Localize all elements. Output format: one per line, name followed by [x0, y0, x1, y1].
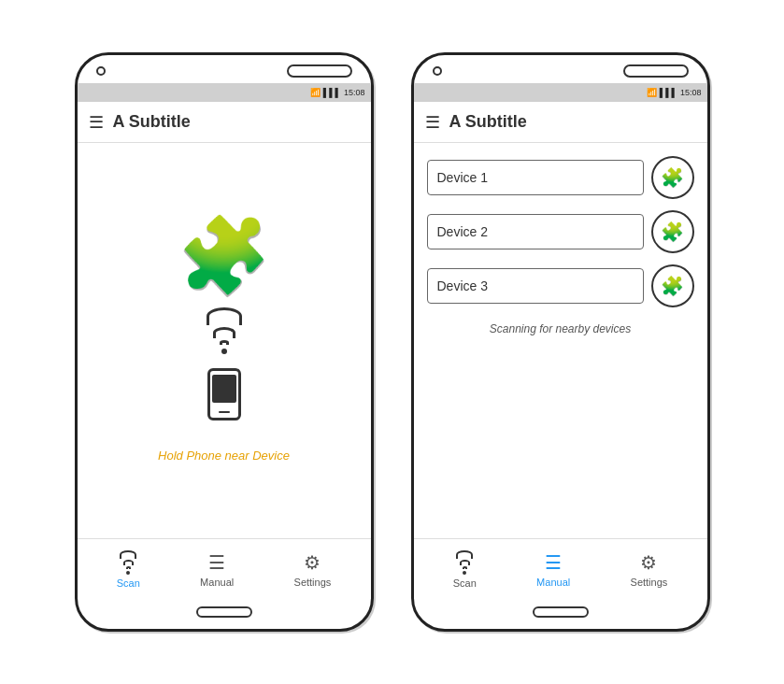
wifi-icon-large [207, 307, 242, 354]
status-bar-2: 📶 ▌▌▌ 15:08 [414, 83, 707, 102]
time-display-1: 15:08 [344, 88, 365, 97]
puzzle-connect-icon-3: 🧩 [661, 275, 684, 297]
settings-nav-label-2: Settings [631, 577, 668, 588]
scan-illustration: 🧩 [178, 219, 271, 420]
phone-2: 📶 ▌▌▌ 15:08 ☰ A Subtitle Device 1 🧩 Devi… [411, 52, 710, 632]
puzzle-connect-icon-2: 🧩 [661, 221, 684, 243]
hamburger-icon-1[interactable]: ☰ [89, 112, 104, 133]
device-connect-btn-2[interactable]: 🧩 [651, 210, 694, 253]
wifi-arc-mid [213, 327, 235, 338]
phone-top-1 [78, 55, 371, 83]
phone-top-2 [414, 55, 707, 83]
manual-nav-label-2: Manual [536, 577, 570, 588]
wifi-arc-inner [220, 340, 229, 345]
signal-icon: ▌▌▌ [323, 88, 341, 97]
wifi-dot [221, 349, 227, 354]
scan-screen: 🧩 Hold Phone near Device [78, 143, 371, 538]
settings-nav-icon-2: ⚙ [640, 551, 657, 574]
status-icons-2: 📶 ▌▌▌ 15:08 [647, 88, 702, 97]
nav-manual-2[interactable]: ☰ Manual [536, 551, 570, 588]
device-name-1: Device 1 [427, 160, 644, 195]
nav-scan-1[interactable]: Scan [117, 550, 140, 589]
scan-nav-icon-2 [456, 550, 473, 575]
settings-nav-icon-1: ⚙ [304, 551, 321, 574]
wifi-status-icon-2: 📶 [647, 88, 657, 97]
speaker-1 [287, 64, 352, 78]
camera-1 [96, 66, 106, 76]
app-bar-2: ☰ A Subtitle [414, 102, 707, 143]
camera-2 [433, 66, 442, 76]
device-row-3: Device 3 🧩 [427, 264, 694, 307]
speaker-2 [623, 64, 689, 78]
manual-nav-label-1: Manual [200, 577, 234, 588]
app-bar-1: ☰ A Subtitle [78, 102, 371, 143]
app-title-1: A Subtitle [113, 112, 191, 132]
device-name-2: Device 2 [427, 214, 644, 249]
hold-text: Hold Phone near Device [158, 449, 290, 463]
status-bar-1: 📶 ▌▌▌ 15:08 [78, 83, 371, 102]
wifi-status-icon: 📶 [310, 88, 321, 97]
device-row-2: Device 2 🧩 [427, 210, 694, 253]
puzzle-connect-icon-1: 🧩 [661, 166, 684, 189]
device-connect-btn-1[interactable]: 🧩 [651, 156, 694, 199]
status-icons-1: 📶 ▌▌▌ 15:08 [310, 88, 365, 97]
device-list-screen: Device 1 🧩 Device 2 🧩 Device 3 🧩 Scannin… [414, 143, 707, 538]
phones-container: 📶 ▌▌▌ 15:08 ☰ A Subtitle 🧩 [75, 52, 710, 632]
device-connect-btn-3[interactable]: 🧩 [651, 264, 694, 307]
home-btn-1[interactable] [196, 606, 252, 618]
phone-bottom-1 [78, 599, 371, 629]
device-phone-illustration [207, 368, 241, 420]
app-title-2: A Subtitle [449, 112, 527, 132]
manual-nav-icon-1: ☰ [208, 551, 225, 574]
manual-nav-icon-2: ☰ [545, 551, 562, 574]
home-btn-2[interactable] [533, 606, 589, 618]
nav-settings-1[interactable]: ⚙ Settings [294, 551, 332, 588]
settings-nav-label-1: Settings [294, 577, 332, 588]
nav-scan-2[interactable]: Scan [453, 550, 477, 589]
nav-manual-1[interactable]: ☰ Manual [200, 551, 234, 588]
scan-nav-label-1: Scan [117, 577, 140, 589]
phone-1: 📶 ▌▌▌ 15:08 ☰ A Subtitle 🧩 [75, 52, 374, 632]
nav-settings-2[interactable]: ⚙ Settings [631, 551, 668, 588]
bottom-nav-2: Scan ☰ Manual ⚙ Settings [414, 538, 707, 599]
scan-nav-label-2: Scan [453, 577, 477, 589]
signal-icon-2: ▌▌▌ [660, 88, 677, 97]
device-screen-illustration [212, 375, 236, 403]
bottom-nav-1: Scan ☰ Manual ⚙ Settings [78, 538, 371, 599]
device-row-1: Device 1 🧩 [427, 156, 694, 199]
phone-bottom-2 [414, 599, 707, 629]
wifi-arc-outer [207, 307, 242, 325]
scan-nav-icon-1 [120, 550, 136, 575]
scanning-text: Scanning for nearby devices [427, 322, 694, 335]
device-name-3: Device 3 [427, 268, 644, 304]
puzzle-icon-large: 🧩 [178, 219, 271, 293]
time-display-2: 15:08 [680, 88, 702, 97]
hamburger-icon-2[interactable]: ☰ [425, 112, 440, 133]
